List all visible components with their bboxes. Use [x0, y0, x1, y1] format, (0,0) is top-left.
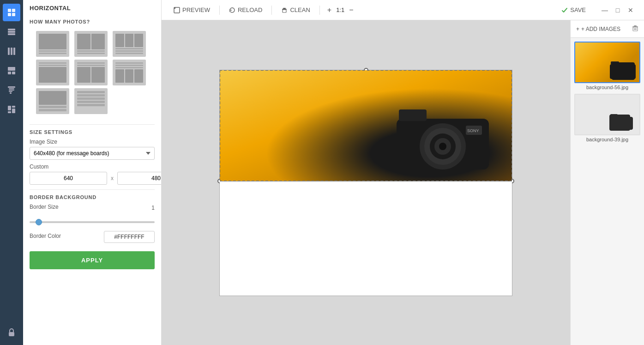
layout-option-1[interactable] — [36, 31, 69, 57]
svg-rect-7 — [8, 48, 10, 55]
layout-option-6[interactable] — [113, 60, 146, 85]
save-button[interactable]: SAVE — [555, 4, 592, 16]
border-color-value[interactable]: #FFFFFFFF — [104, 231, 155, 243]
close-button[interactable]: ✕ — [625, 4, 637, 16]
sidebar-icon-rows[interactable] — [3, 23, 20, 41]
svg-rect-10 — [8, 67, 15, 71]
border-size-slider[interactable] — [30, 221, 155, 223]
height-input[interactable] — [117, 172, 162, 185]
width-input[interactable] — [30, 172, 107, 185]
thumbnail-preview-1 — [575, 95, 639, 134]
canvas-right-wrapper: SONY + + ADD IMAGES — [162, 20, 644, 345]
svg-rect-38 — [634, 25, 637, 26]
sidebar-icon-layout[interactable] — [3, 101, 20, 118]
reload-button[interactable]: RELOAD — [224, 4, 267, 16]
svg-rect-44 — [611, 61, 619, 65]
thumbnail-img-0[interactable]: SONY — [574, 42, 640, 83]
layout-option-4[interactable] — [36, 60, 69, 85]
layout-option-5[interactable] — [74, 60, 108, 85]
sidebar-icon-lock[interactable] — [3, 324, 20, 341]
custom-label: Custom — [30, 163, 155, 170]
toolbar-divider-3 — [319, 6, 320, 15]
apply-button[interactable]: APPLY — [30, 251, 155, 269]
maximize-button[interactable]: □ — [612, 4, 624, 16]
thumbnail-item-0[interactable]: SONY background-56.jpg — [574, 42, 640, 90]
panel-title: HORIZONTAL — [23, 0, 161, 14]
border-size-row: Border Size 1 — [30, 204, 155, 212]
sidebar-icon-text[interactable] — [3, 81, 20, 99]
canvas-area: SONY — [162, 20, 570, 345]
svg-rect-12 — [12, 72, 15, 74]
svg-rect-22 — [9, 332, 14, 336]
svg-rect-4 — [8, 29, 15, 30]
zoom-level: 1:1 — [336, 6, 344, 13]
svg-rect-0 — [8, 9, 11, 12]
collage-canvas[interactable]: SONY — [219, 70, 512, 296]
zoom-in-button[interactable]: + — [325, 4, 334, 16]
sidebar-icon-mixed[interactable] — [3, 62, 20, 79]
svg-rect-20 — [12, 109, 15, 113]
clean-icon — [281, 7, 288, 13]
toolbar: PREVIEW RELOAD CLEAN + 1:1 − — [162, 0, 644, 20]
border-background-section: BORDER BACKGROUND Border Size 1 Border C… — [23, 190, 161, 248]
collage-image-inner: SONY — [220, 70, 512, 181]
svg-text:SONY: SONY — [467, 128, 479, 133]
svg-rect-8 — [11, 48, 12, 55]
trash-icon — [632, 25, 638, 31]
svg-rect-18 — [8, 106, 11, 110]
minimize-button[interactable]: — — [599, 4, 611, 16]
layout-option-2[interactable] — [74, 31, 108, 57]
border-size-value: 1 — [151, 205, 155, 211]
right-panel: + + ADD IMAGES — [570, 20, 644, 345]
layout-option-3[interactable] — [113, 31, 146, 57]
thumbnail-label-0: background-56.jpg — [574, 85, 640, 90]
border-color-row: Border Color #FFFFFFFF — [30, 231, 155, 243]
svg-point-52 — [617, 121, 625, 128]
image-size-select[interactable]: 640x480 (for message boards) — [30, 147, 155, 160]
thumb-camera-svg-0: SONY — [609, 60, 637, 80]
svg-rect-29 — [399, 109, 427, 121]
svg-rect-5 — [8, 31, 15, 33]
svg-point-34 — [439, 143, 446, 150]
main-content: PREVIEW RELOAD CLEAN + 1:1 − — [162, 0, 644, 345]
custom-size-row: x — [30, 172, 155, 185]
right-panel-header: + + ADD IMAGES — [571, 20, 644, 38]
svg-rect-27 — [283, 10, 286, 12]
preview-button[interactable]: PREVIEW — [169, 4, 215, 16]
sidebar-icon-grid[interactable] — [3, 4, 20, 21]
border-bg-title: BORDER BACKGROUND — [30, 194, 155, 200]
svg-rect-6 — [8, 33, 15, 35]
svg-rect-26 — [283, 8, 286, 9]
svg-rect-3 — [12, 13, 15, 16]
clean-button[interactable]: CLEAN — [277, 4, 314, 16]
layout-option-8[interactable] — [74, 88, 108, 114]
image-size-label: Image Size — [30, 139, 155, 145]
collage-image-top[interactable]: SONY — [220, 70, 512, 181]
thumbnail-label-1: background-39.jpg — [574, 137, 640, 142]
save-icon — [561, 7, 568, 13]
border-color-label: Border Color — [30, 233, 61, 239]
thumb-camera-svg-1 — [608, 112, 634, 132]
thumbnail-item-1[interactable]: background-39.jpg — [574, 94, 640, 142]
svg-rect-9 — [13, 48, 15, 55]
size-settings-section: SIZE SETTINGS Image Size 640x480 (for me… — [23, 125, 161, 189]
thumbnail-img-1[interactable] — [574, 94, 640, 135]
svg-rect-21 — [8, 111, 11, 113]
svg-rect-11 — [8, 72, 11, 74]
layout-option-7[interactable] — [36, 88, 69, 114]
svg-point-46 — [618, 68, 627, 77]
size-settings-title: SIZE SETTINGS — [30, 129, 155, 135]
how-many-title: HOW MANY PHOTOS? — [30, 19, 155, 24]
svg-rect-24 — [174, 7, 175, 9]
collage-image-bottom[interactable] — [220, 181, 512, 296]
sidebar-icon-cols[interactable] — [3, 42, 20, 60]
thumbnail-list: SONY background-56.jpg — [571, 38, 644, 345]
delete-image-button[interactable] — [632, 25, 638, 33]
zoom-out-button[interactable]: − — [346, 4, 356, 16]
svg-rect-19 — [12, 106, 15, 108]
svg-rect-17 — [10, 92, 12, 94]
svg-text:SONY: SONY — [627, 67, 633, 69]
reload-icon — [229, 7, 235, 13]
svg-rect-15 — [9, 90, 14, 91]
add-images-button[interactable]: + + ADD IMAGES — [576, 26, 620, 32]
